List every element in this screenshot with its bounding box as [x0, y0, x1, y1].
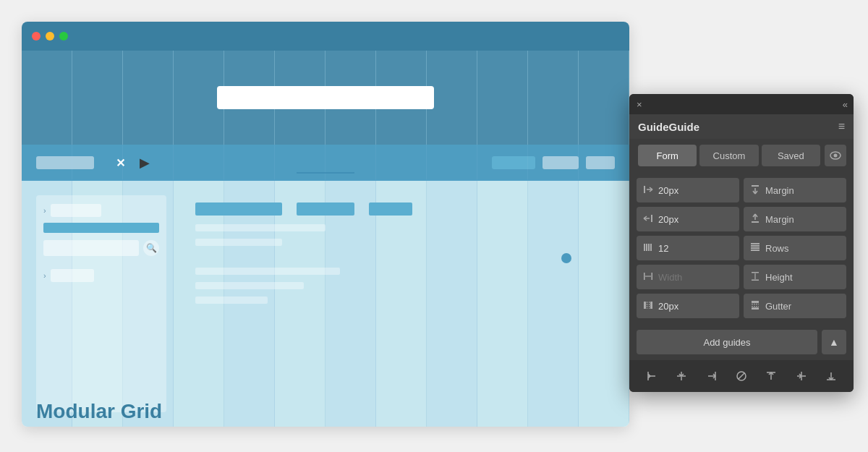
content-bar-2	[297, 202, 354, 216]
svg-rect-30	[752, 279, 759, 281]
right-margin-value: 20px	[658, 214, 733, 225]
svg-point-1	[833, 154, 837, 158]
top-margin-label[interactable]: Margin	[744, 178, 846, 202]
width-value: Width	[658, 272, 733, 283]
height-icon	[749, 271, 761, 283]
width-input[interactable]: Width	[637, 265, 739, 289]
right-margin-icon	[642, 213, 654, 226]
panel-menu-icon[interactable]: ≡	[838, 120, 845, 133]
sidebar-label-2	[51, 269, 94, 282]
right-margin-input[interactable]: 20px	[637, 207, 739, 231]
sidebar-search-input[interactable]	[43, 240, 139, 256]
left-margin-icon	[642, 184, 654, 197]
svg-rect-10	[651, 215, 652, 222]
svg-rect-27	[652, 273, 653, 280]
up-arrow-button[interactable]: ▲	[822, 330, 846, 354]
content-light-1	[195, 224, 326, 231]
app-sidebar: › 🔍 ›	[36, 195, 166, 412]
svg-rect-6	[752, 185, 759, 187]
form-row-right-margin: 20px Margin	[637, 207, 846, 231]
svg-rect-18	[644, 244, 645, 251]
content-light-3	[195, 268, 340, 275]
panel-close-button[interactable]: ×	[637, 99, 642, 110]
svg-rect-26	[644, 273, 645, 280]
traffic-light-green[interactable]	[59, 32, 68, 40]
form-row-gutter: 20px Gutter	[637, 294, 846, 318]
top-margin-text: Margin	[765, 185, 794, 196]
tab-custom[interactable]: Custom	[699, 145, 758, 166]
tab-form[interactable]: Form	[638, 145, 697, 166]
rows-label[interactable]: Rows	[744, 236, 846, 260]
guide-top-button[interactable]	[761, 366, 781, 386]
nav-item-3[interactable]	[586, 156, 615, 169]
clear-guides-button[interactable]	[731, 366, 752, 386]
sidebar-accent-item[interactable]	[43, 223, 159, 233]
traffic-light-red[interactable]	[32, 32, 41, 40]
svg-rect-2	[644, 186, 645, 193]
gutter-v-input[interactable]: 20px	[637, 294, 739, 318]
svg-rect-32	[644, 302, 646, 309]
left-margin-input[interactable]: 20px	[637, 178, 739, 202]
bottom-margin-text: Margin	[765, 214, 794, 225]
gutter-v-icon	[642, 300, 654, 312]
nav-item-accent[interactable]	[492, 156, 535, 169]
add-guides-button[interactable]: Add guides	[637, 330, 817, 354]
content-light-4	[195, 282, 304, 289]
form-row-left-margin: 20px Margin	[637, 178, 846, 202]
content-bar-3	[369, 202, 412, 216]
app-header-area	[22, 51, 629, 145]
gutter-h-icon	[749, 300, 761, 312]
traffic-light-yellow[interactable]	[46, 32, 54, 40]
chevron-icon-1: ›	[43, 206, 46, 215]
panel-icon-bar	[629, 360, 854, 392]
sidebar-label-1	[51, 204, 101, 217]
bottom-margin-label[interactable]: Margin	[744, 207, 846, 231]
guide-bottom-button[interactable]	[821, 366, 841, 386]
guide-right-button[interactable]	[702, 366, 722, 386]
nav-item-2[interactable]	[542, 156, 579, 169]
svg-rect-19	[646, 244, 647, 251]
eye-button[interactable]	[825, 145, 846, 166]
svg-rect-22	[751, 243, 760, 244]
panel-expand-button[interactable]: «	[843, 99, 846, 110]
svg-rect-29	[752, 272, 759, 273]
svg-line-54	[739, 373, 744, 379]
gutter-h-label[interactable]: Gutter	[744, 294, 846, 318]
panel-form: 20px Margin	[629, 172, 854, 324]
search-input[interactable]	[217, 86, 434, 109]
app-body: › 🔍 ›	[22, 181, 629, 427]
panel-actions: Add guides ▲	[629, 324, 854, 360]
nav-close-icon[interactable]: ✕	[116, 156, 125, 170]
svg-rect-24	[751, 247, 760, 249]
tab-saved[interactable]: Saved	[762, 145, 820, 166]
top-margin-icon	[749, 184, 761, 197]
guide-center-v-button[interactable]	[671, 366, 692, 386]
svg-rect-14	[752, 221, 759, 223]
left-margin-value: 20px	[658, 185, 733, 196]
height-label[interactable]: Height	[744, 265, 846, 289]
svg-rect-37	[752, 307, 759, 310]
bottom-margin-icon	[749, 213, 761, 226]
app-navbar: ✕ ▶	[22, 145, 629, 181]
svg-rect-21	[650, 244, 652, 251]
sidebar-search-icon[interactable]: 🔍	[143, 240, 159, 256]
height-text: Height	[765, 272, 793, 283]
guide-center-h-button[interactable]	[791, 366, 812, 386]
nav-item-1[interactable]	[36, 156, 94, 169]
sidebar-search-row: 🔍	[43, 240, 159, 256]
columns-input[interactable]: 12	[637, 236, 739, 260]
gutter-v-value: 20px	[658, 301, 733, 312]
width-icon	[642, 271, 654, 283]
guide-left-button[interactable]	[642, 366, 662, 386]
content-light-5	[195, 297, 268, 304]
columns-value: 12	[658, 243, 733, 254]
panel-title: GuideGuide	[638, 121, 699, 133]
panel-header: GuideGuide ≡	[629, 114, 854, 139]
cursor-icon: ▶	[140, 155, 150, 171]
svg-rect-36	[752, 301, 759, 303]
guideguide-panel: × « GuideGuide ≡ Form Custom Saved	[629, 94, 854, 392]
page-title: Modular Grid	[36, 400, 162, 422]
panel-tab-bar: Form Custom Saved	[629, 139, 854, 172]
search-container	[217, 86, 434, 109]
rows-icon	[749, 242, 761, 255]
